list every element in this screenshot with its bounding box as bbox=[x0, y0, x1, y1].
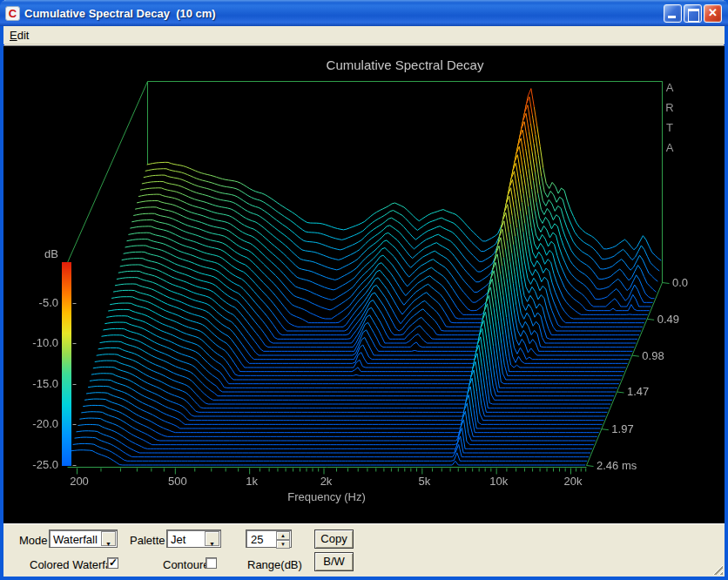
mode-value: Waterfall bbox=[53, 533, 98, 546]
menu-edit-underline: E bbox=[10, 29, 17, 42]
colored-waterfall-label: Colored Waterfall bbox=[30, 558, 117, 571]
menu-edit-rest: dit bbox=[17, 29, 30, 42]
menu-bar: Edit bbox=[3, 26, 725, 44]
spin-down-icon[interactable]: ▼ bbox=[276, 540, 290, 549]
csd-plot-area bbox=[3, 45, 725, 523]
csd-waterfall-canvas bbox=[7, 48, 721, 523]
minimize-button[interactable] bbox=[664, 4, 682, 23]
maximize-button[interactable] bbox=[684, 4, 702, 23]
mode-dropdown[interactable]: Waterfall bbox=[49, 529, 118, 548]
range-value: 25 bbox=[251, 533, 263, 546]
menu-edit[interactable]: Edit bbox=[3, 27, 35, 44]
colored-waterfall-checkbox[interactable] bbox=[107, 557, 118, 569]
close-button[interactable] bbox=[704, 4, 722, 23]
spin-up-icon[interactable]: ▲ bbox=[276, 531, 290, 540]
mode-label: Mode bbox=[19, 534, 48, 547]
title-bar[interactable]: C Cumulative Spectral Decay (10 cm) bbox=[0, 0, 728, 26]
bw-button[interactable]: B/W bbox=[314, 552, 354, 571]
range-spinner[interactable]: 25 ▲ ▼ bbox=[246, 529, 292, 548]
range-db-label: Range(dB) bbox=[247, 558, 302, 571]
control-panel: Mode Waterfall Palette Jet 25 ▲ ▼ Copy C… bbox=[3, 523, 725, 577]
palette-dropdown[interactable]: Jet bbox=[166, 529, 221, 548]
app-icon: C bbox=[5, 6, 20, 21]
palette-value: Jet bbox=[171, 533, 185, 546]
app-window: C Cumulative Spectral Decay (10 cm) Edit… bbox=[0, 0, 728, 580]
palette-label: Palette bbox=[130, 534, 165, 547]
copy-button[interactable]: Copy bbox=[314, 529, 354, 549]
contoured-checkbox[interactable] bbox=[206, 557, 217, 569]
resize-grip[interactable] bbox=[711, 563, 723, 575]
chevron-down-icon[interactable] bbox=[101, 531, 116, 546]
window-title: Cumulative Spectral Decay (10 cm) bbox=[24, 7, 216, 20]
chevron-down-icon[interactable] bbox=[205, 531, 219, 546]
